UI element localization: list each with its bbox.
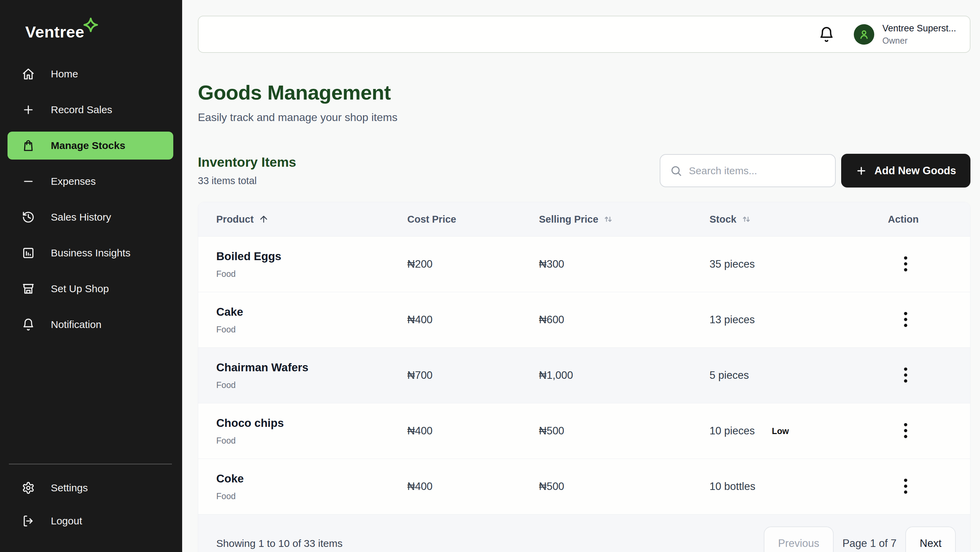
- gear-icon: [22, 481, 35, 494]
- page-indicator: Page 1 of 7: [843, 537, 897, 550]
- column-label: Action: [888, 214, 919, 225]
- page-subtitle: Easily track and manage your shop items: [198, 111, 970, 124]
- stock-cell: 5 pieces: [710, 369, 888, 382]
- stock-value: 10 bottles: [710, 481, 755, 493]
- action-cell: [888, 254, 970, 274]
- sidebar-item-record-sales[interactable]: Record Sales: [8, 96, 173, 124]
- avatar: [854, 24, 874, 44]
- next-page-button[interactable]: Next: [905, 527, 956, 552]
- product-name: Coke: [216, 472, 407, 485]
- sidebar-item-settings[interactable]: Settings: [8, 474, 173, 502]
- column-label: Cost Price: [407, 214, 456, 225]
- main-content: Ventree Superst... Owner Goods Managemen…: [182, 0, 980, 552]
- history-clock-icon: [22, 211, 35, 224]
- selling-price-cell: ₦600: [539, 314, 710, 326]
- sidebar-item-manage-stocks[interactable]: Manage Stocks: [8, 132, 173, 160]
- sidebar-item-set-up-shop[interactable]: Set Up Shop: [8, 275, 173, 303]
- column-header-action: Action: [888, 214, 970, 225]
- row-actions-button[interactable]: [897, 365, 914, 385]
- sidebar-item-home[interactable]: Home: [8, 60, 173, 88]
- product-name: Cake: [216, 306, 407, 319]
- row-actions-button[interactable]: [897, 309, 914, 330]
- sidebar-item-logout[interactable]: Logout: [8, 507, 173, 535]
- user-info: Ventree Superst... Owner: [883, 23, 956, 46]
- add-new-goods-button[interactable]: Add New Goods: [841, 154, 970, 187]
- product-category: Food: [216, 491, 407, 501]
- column-header-stock[interactable]: Stock: [710, 214, 888, 225]
- user-menu[interactable]: Ventree Superst... Owner: [854, 23, 956, 46]
- table-row: Chairman Wafers Food ₦700 ₦1,000 5 piece…: [198, 347, 970, 403]
- sort-asc-icon: [259, 214, 269, 224]
- sidebar-item-label: Expenses: [51, 176, 96, 187]
- table-header-row: Product Cost Price Selling Price Stock A…: [198, 202, 970, 236]
- table-footer: Showing 1 to 10 of 33 items Previous Pag…: [198, 514, 970, 552]
- column-header-cost-price: Cost Price: [407, 214, 539, 225]
- action-cell: [888, 309, 970, 330]
- sidebar-item-label: Logout: [51, 515, 82, 527]
- add-new-goods-label: Add New Goods: [875, 165, 956, 177]
- kebab-icon: [903, 477, 908, 495]
- sidebar-item-label: Set Up Shop: [51, 283, 109, 295]
- bar-chart-icon: [22, 246, 35, 260]
- sidebar-item-expenses[interactable]: Expenses: [8, 167, 173, 195]
- sidebar-item-label: Home: [51, 68, 78, 80]
- previous-page-button[interactable]: Previous: [764, 527, 834, 552]
- sidebar-item-business-insights[interactable]: Business Insights: [8, 239, 173, 267]
- row-actions-button[interactable]: [897, 254, 914, 274]
- table-row: Coke Food ₦400 ₦500 10 bottles: [198, 458, 970, 514]
- product-cell: Coke Food: [216, 472, 407, 501]
- home-icon: [22, 68, 35, 81]
- product-cell: Boiled Eggs Food: [216, 250, 407, 279]
- sidebar-divider: [9, 464, 172, 465]
- sidebar-item-label: Manage Stocks: [51, 140, 125, 151]
- inventory-heading: Inventory Items 33 items total: [198, 155, 296, 187]
- toolbar-actions: Add New Goods: [660, 154, 970, 187]
- cost-price-cell: ₦200: [407, 258, 539, 270]
- stock-cell: 35 pieces: [710, 258, 888, 270]
- product-category: Food: [216, 380, 407, 390]
- selling-price-cell: ₦500: [539, 481, 710, 493]
- user-role: Owner: [883, 36, 956, 46]
- column-header-product[interactable]: Product: [216, 214, 407, 225]
- cost-price-cell: ₦700: [407, 369, 539, 382]
- selling-price-cell: ₦1,000: [539, 369, 710, 382]
- sidebar-item-label: Sales History: [51, 211, 111, 223]
- inventory-table: Product Cost Price Selling Price Stock A…: [198, 202, 970, 552]
- sidebar: Ventree Home Record Sales Manage Stocks …: [0, 0, 182, 552]
- search-icon: [670, 165, 682, 177]
- sidebar-item-label: Notification: [51, 319, 101, 330]
- cost-price-cell: ₦400: [407, 481, 539, 493]
- column-label: Stock: [710, 214, 737, 225]
- row-actions-button[interactable]: [897, 421, 914, 441]
- action-cell: [888, 365, 970, 385]
- sidebar-item-label: Record Sales: [51, 104, 112, 116]
- sidebar-spacer: [8, 346, 173, 464]
- column-label: Product: [216, 214, 254, 225]
- kebab-icon: [903, 366, 908, 384]
- brand-logo: Ventree: [8, 15, 173, 57]
- low-stock-badge: Low: [772, 426, 789, 436]
- cost-price-cell: ₦400: [407, 314, 539, 326]
- bell-icon: [818, 26, 835, 43]
- sidebar-item-notification[interactable]: Notification: [8, 311, 173, 339]
- sort-both-icon: [741, 214, 751, 224]
- sidebar-item-label: Business Insights: [51, 247, 130, 259]
- kebab-icon: [903, 422, 908, 439]
- row-actions-button[interactable]: [897, 476, 914, 497]
- stock-value: 13 pieces: [710, 314, 755, 326]
- action-cell: [888, 421, 970, 441]
- minus-icon: [22, 175, 35, 188]
- action-cell: [888, 476, 970, 497]
- product-category: Food: [216, 325, 407, 335]
- pagination-controls: Previous Page 1 of 7 Next: [764, 527, 956, 552]
- stock-value: 35 pieces: [710, 258, 755, 270]
- plus-icon: [856, 165, 867, 177]
- page-title: Goods Management: [198, 81, 970, 104]
- table-row: Cake Food ₦400 ₦600 13 pieces: [198, 292, 970, 347]
- sidebar-bottom-nav: Settings Logout: [8, 474, 173, 540]
- shopping-bag-icon: [22, 139, 35, 152]
- column-header-selling-price[interactable]: Selling Price: [539, 214, 710, 225]
- search-input[interactable]: [660, 155, 835, 187]
- notifications-button[interactable]: [818, 26, 835, 43]
- sidebar-item-sales-history[interactable]: Sales History: [8, 203, 173, 231]
